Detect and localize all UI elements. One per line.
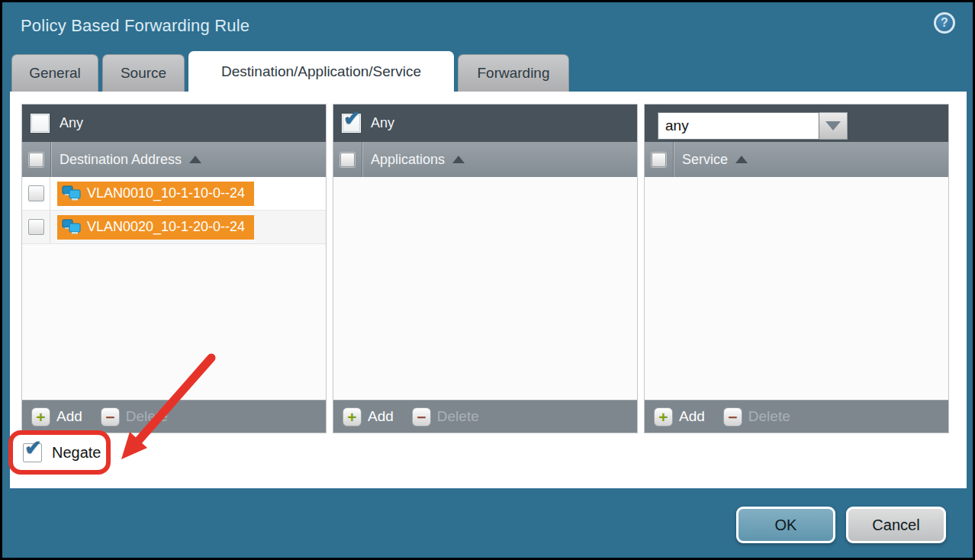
column-divider bbox=[362, 142, 363, 177]
applications-column-label: Applications bbox=[371, 152, 445, 168]
delete-button[interactable]: − Delete bbox=[101, 407, 168, 426]
delete-icon: − bbox=[101, 407, 120, 426]
add-button[interactable]: + Add bbox=[343, 407, 394, 426]
panels-container: Any Destination Address bbox=[21, 104, 949, 433]
ok-button[interactable]: OK bbox=[736, 507, 835, 543]
service-panel: any Service + Add bbox=[644, 104, 949, 433]
help-icon[interactable]: ? bbox=[934, 12, 955, 34]
tab-content: Any Destination Address bbox=[10, 92, 967, 488]
service-select-all-checkbox[interactable] bbox=[652, 153, 666, 167]
applications-any-label: Any bbox=[371, 115, 394, 131]
negate-label: Negate bbox=[52, 444, 101, 462]
address-object-label: VLAN0020_10-1-20-0--24 bbox=[87, 219, 245, 235]
delete-button[interactable]: − Delete bbox=[723, 407, 790, 426]
add-label: Add bbox=[679, 408, 705, 425]
destination-select-all-checkbox[interactable] bbox=[29, 153, 43, 167]
add-label: Add bbox=[368, 408, 394, 425]
tab-bar: General Source Destination/Application/S… bbox=[11, 51, 569, 92]
negate-checkbox[interactable]: ✔ bbox=[23, 443, 42, 462]
add-icon: + bbox=[31, 407, 50, 426]
service-column-header[interactable]: Service bbox=[645, 142, 948, 177]
tab-general[interactable]: General bbox=[11, 54, 98, 92]
applications-any-header: ✔ Any bbox=[333, 105, 637, 142]
cancel-button[interactable]: Cancel bbox=[846, 507, 946, 543]
service-dropdown[interactable]: any bbox=[658, 112, 848, 140]
service-dropdown-header: any bbox=[645, 105, 948, 142]
delete-label: Delete bbox=[437, 408, 479, 425]
delete-label: Delete bbox=[748, 408, 790, 425]
delete-label: Delete bbox=[126, 408, 168, 425]
checkmark-icon: ✔ bbox=[343, 108, 361, 129]
service-toolbar: + Add − Delete bbox=[645, 400, 948, 433]
sort-asc-icon bbox=[189, 156, 201, 163]
destination-column-header[interactable]: Destination Address bbox=[22, 142, 326, 177]
service-column-label: Service bbox=[682, 152, 728, 168]
destination-column-label: Destination Address bbox=[60, 152, 182, 168]
add-button[interactable]: + Add bbox=[654, 407, 705, 426]
destination-address-panel: Any Destination Address bbox=[21, 104, 327, 433]
delete-icon: − bbox=[412, 407, 431, 426]
network-icon bbox=[62, 219, 82, 236]
service-dropdown-button[interactable] bbox=[819, 112, 848, 140]
row-checkbox[interactable] bbox=[28, 185, 44, 201]
add-icon: + bbox=[343, 407, 362, 426]
add-icon: + bbox=[654, 407, 673, 426]
destination-any-label: Any bbox=[60, 115, 83, 131]
delete-button[interactable]: − Delete bbox=[412, 407, 479, 426]
column-divider bbox=[50, 142, 52, 177]
applications-column-header[interactable]: Applications bbox=[333, 142, 637, 177]
applications-select-all-checkbox[interactable] bbox=[340, 153, 355, 167]
dialog-title: Policy Based Forwarding Rule bbox=[21, 16, 249, 36]
row-checkbox[interactable] bbox=[28, 219, 44, 235]
tab-forwarding[interactable]: Forwarding bbox=[458, 54, 569, 92]
pbf-rule-dialog: Policy Based Forwarding Rule ? General S… bbox=[2, 2, 973, 558]
negate-row: ✔ Negate bbox=[23, 443, 101, 462]
destination-any-header: Any bbox=[22, 105, 326, 142]
address-object-chip[interactable]: VLAN0020_10-1-20-0--24 bbox=[57, 215, 254, 240]
network-icon bbox=[62, 185, 82, 202]
title-bar: Policy Based Forwarding Rule ? bbox=[2, 2, 973, 50]
service-list bbox=[645, 177, 948, 400]
delete-icon: − bbox=[723, 407, 742, 426]
destination-any-checkbox[interactable] bbox=[31, 114, 50, 133]
destination-list: VLAN0010_10-1-10-0--24 VLAN bbox=[22, 177, 326, 400]
tab-source[interactable]: Source bbox=[102, 54, 185, 92]
address-object-chip[interactable]: VLAN0010_10-1-10-0--24 bbox=[57, 182, 254, 206]
sort-asc-icon bbox=[735, 156, 748, 163]
applications-any-checkbox[interactable]: ✔ bbox=[342, 114, 361, 133]
table-row[interactable]: VLAN0020_10-1-20-0--24 bbox=[22, 211, 326, 244]
destination-toolbar: + Add − Delete bbox=[22, 400, 326, 433]
checkmark-icon: ✔ bbox=[24, 438, 42, 459]
chevron-down-icon bbox=[825, 121, 841, 130]
help-glyph: ? bbox=[941, 16, 948, 30]
applications-list bbox=[333, 177, 637, 400]
column-divider bbox=[673, 142, 674, 177]
address-object-label: VLAN0010_10-1-10-0--24 bbox=[87, 185, 245, 201]
add-button[interactable]: + Add bbox=[31, 407, 82, 426]
sort-asc-icon bbox=[452, 156, 465, 163]
service-dropdown-value[interactable]: any bbox=[658, 112, 819, 140]
applications-panel: ✔ Any Applications + Add bbox=[333, 104, 638, 433]
tab-destination-application-service[interactable]: Destination/Application/Service bbox=[188, 51, 454, 92]
applications-toolbar: + Add − Delete bbox=[333, 400, 637, 433]
add-label: Add bbox=[56, 408, 82, 425]
table-row[interactable]: VLAN0010_10-1-10-0--24 bbox=[22, 177, 326, 211]
